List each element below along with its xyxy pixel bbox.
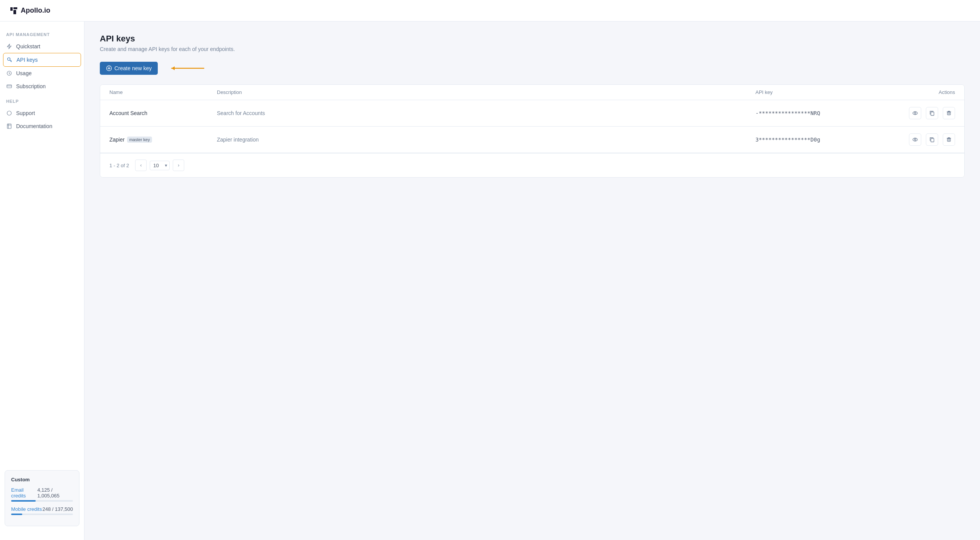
subscription-label: Subscription: [16, 83, 46, 89]
col-description: Description: [217, 89, 755, 95]
svg-rect-10: [947, 112, 950, 115]
main-content: API keys Create and manage API keys for …: [84, 21, 980, 540]
row-api-key-account-search: -****************NRQ: [755, 110, 901, 116]
sidebar-item-subscription[interactable]: Subscription: [0, 80, 84, 93]
svg-point-12: [914, 139, 916, 140]
svg-point-3: [7, 111, 12, 115]
row-description-account-search: Search for Accounts: [217, 110, 755, 116]
clock-icon: [6, 70, 12, 76]
row-name-account-search: Account Search: [109, 110, 217, 116]
card-icon: [6, 83, 12, 89]
pagination-prev-button[interactable]: ‹: [135, 160, 147, 171]
lightning-icon: [6, 43, 12, 49]
sidebar-item-documentation[interactable]: Documentation: [0, 120, 84, 133]
col-api-key: API key: [755, 89, 901, 95]
row-actions-zapier: [901, 133, 955, 146]
svg-point-11: [913, 138, 917, 141]
table-row: Zapier master key Zapier integration 3**…: [100, 127, 964, 153]
help-label: HELP: [0, 99, 84, 107]
svg-rect-2: [7, 85, 12, 88]
copy-icon: [929, 137, 935, 143]
pagination-info: 1 - 2 of 2: [109, 163, 129, 168]
per-page-select[interactable]: 10 25 50 100: [150, 161, 170, 170]
page-title: API keys: [100, 34, 965, 44]
arrow-svg: [165, 61, 208, 75]
email-credits-label[interactable]: Email credits: [11, 487, 37, 499]
sidebar-item-support[interactable]: Support: [0, 107, 84, 120]
mobile-credits-value: 248 / 137,500: [42, 506, 73, 512]
top-header: Apollo.io: [0, 0, 980, 21]
mobile-credits-bar-bg: [11, 514, 73, 515]
support-icon: [6, 110, 12, 116]
sidebar-item-api-keys[interactable]: API keys: [3, 53, 81, 67]
master-key-badge: master key: [127, 137, 152, 143]
plus-circle-icon: [106, 65, 112, 71]
credits-title: Custom: [11, 477, 73, 482]
row-api-key-zapier: 3****************D0g: [755, 137, 901, 143]
svg-marker-6: [172, 66, 175, 70]
layout: API MANAGEMENT Quickstart API keys: [0, 0, 980, 540]
create-btn-area: Create new key: [100, 61, 965, 75]
eye-icon: [912, 110, 918, 116]
delete-key-button-account-search[interactable]: [943, 107, 955, 119]
create-new-key-button[interactable]: Create new key: [100, 62, 158, 75]
table-header: Name Description API key Actions: [100, 85, 964, 100]
trash-icon: [946, 137, 952, 143]
delete-key-button-zapier[interactable]: [943, 133, 955, 146]
pagination: 1 - 2 of 2 ‹ 10 25 50 100 ▼ ›: [100, 153, 964, 177]
quickstart-label: Quickstart: [16, 43, 40, 49]
per-page-wrapper: 10 25 50 100 ▼: [150, 161, 170, 170]
page-subtitle: Create and manage API keys for each of y…: [100, 46, 965, 52]
pagination-next-button[interactable]: ›: [173, 160, 184, 171]
eye-icon: [912, 137, 918, 143]
email-credits-bar-bg: [11, 500, 73, 502]
view-key-button-zapier[interactable]: [909, 133, 921, 146]
usage-label: Usage: [16, 70, 31, 76]
api-keys-label: API keys: [17, 57, 38, 63]
email-credits-bar-fill: [11, 500, 36, 502]
copy-icon: [929, 110, 935, 116]
svg-rect-13: [931, 138, 934, 142]
arrow-annotation: [165, 61, 208, 75]
svg-point-8: [914, 112, 916, 114]
sidebar-item-quickstart[interactable]: Quickstart: [0, 40, 84, 53]
credits-panel: Custom Email credits 4,125 / 1,005,065 M…: [5, 470, 79, 526]
sidebar-item-usage[interactable]: Usage: [0, 67, 84, 80]
svg-rect-9: [931, 112, 934, 115]
copy-key-button-account-search[interactable]: [926, 107, 938, 119]
email-credits-value: 4,125 / 1,005,065: [37, 487, 73, 499]
sidebar: API MANAGEMENT Quickstart API keys: [0, 21, 84, 540]
row-description-zapier: Zapier integration: [217, 137, 755, 143]
api-management-label: API MANAGEMENT: [0, 32, 84, 40]
table-row: Account Search Search for Accounts -****…: [100, 100, 964, 127]
logo-icon: [9, 6, 18, 15]
col-name: Name: [109, 89, 217, 95]
svg-point-7: [913, 112, 917, 115]
email-credits-row: Email credits 4,125 / 1,005,065: [11, 487, 73, 499]
support-label: Support: [16, 110, 35, 116]
logo: Apollo.io: [9, 6, 50, 15]
trash-icon: [946, 110, 952, 116]
mobile-credits-bar-fill: [11, 514, 22, 515]
mobile-credits-label[interactable]: Mobile credits: [11, 506, 42, 512]
row-name-zapier: Zapier master key: [109, 137, 217, 143]
col-actions: Actions: [901, 89, 955, 95]
svg-rect-4: [7, 124, 11, 128]
book-icon: [6, 123, 12, 129]
documentation-label: Documentation: [16, 123, 52, 129]
svg-rect-14: [947, 139, 950, 142]
row-actions-account-search: [901, 107, 955, 119]
view-key-button-account-search[interactable]: [909, 107, 921, 119]
copy-key-button-zapier[interactable]: [926, 133, 938, 146]
key-icon: [7, 57, 13, 63]
mobile-credits-row: Mobile credits 248 / 137,500: [11, 506, 73, 512]
api-table: Name Description API key Actions Account…: [100, 84, 965, 178]
